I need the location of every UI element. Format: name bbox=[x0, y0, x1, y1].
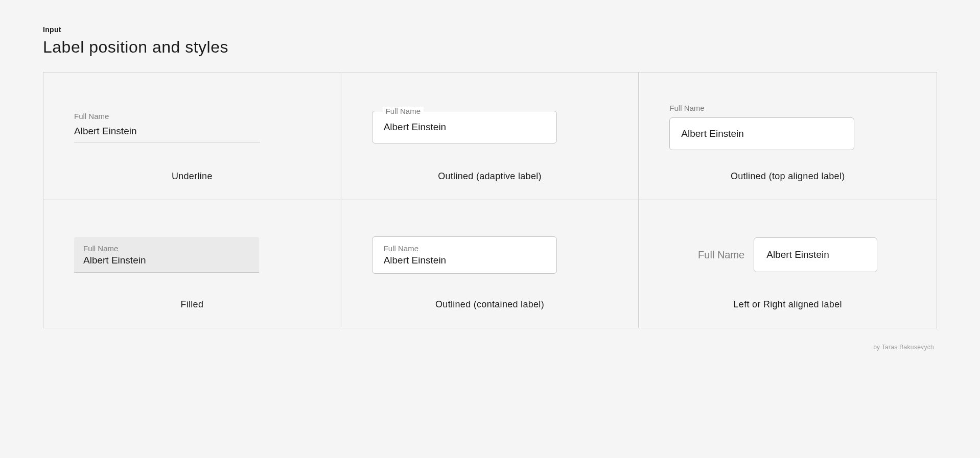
outlined-top-label: Full Name bbox=[669, 104, 854, 112]
caption-filled: Filled bbox=[74, 299, 310, 310]
underline-input[interactable] bbox=[74, 126, 260, 142]
caption-underline: Underline bbox=[74, 171, 310, 182]
cell-underline: Full Name Underline bbox=[43, 73, 341, 200]
input-area-underline: Full Name bbox=[74, 95, 310, 158]
caption-outlined-adaptive: Outlined (adaptive label) bbox=[372, 171, 608, 182]
outlined-contained-label: Full Name bbox=[384, 244, 545, 253]
input-area-outlined-top: Full Name bbox=[669, 95, 906, 158]
input-area-filled: Full Name bbox=[74, 223, 310, 286]
filled-field: Full Name bbox=[74, 237, 259, 273]
caption-outlined-top: Outlined (top aligned label) bbox=[669, 171, 906, 182]
outlined-adaptive-input[interactable] bbox=[384, 122, 545, 133]
cell-side-aligned: Full Name Left or Right aligned label bbox=[639, 200, 937, 328]
input-area-outlined-adaptive: Full Name bbox=[372, 95, 608, 158]
outlined-top-input[interactable] bbox=[681, 128, 843, 139]
variants-grid: Full Name Underline Full Name Outlined (… bbox=[43, 72, 937, 328]
input-area-side-aligned: Full Name bbox=[669, 223, 906, 286]
caption-side-aligned: Left or Right aligned label bbox=[669, 299, 906, 310]
side-aligned-box bbox=[754, 237, 877, 272]
outlined-adaptive-label: Full Name bbox=[383, 107, 424, 115]
outlined-top-field: Full Name bbox=[669, 104, 854, 150]
cell-outlined-contained: Full Name Outlined (contained label) bbox=[341, 200, 639, 328]
outlined-contained-field: Full Name bbox=[372, 236, 557, 274]
cell-outlined-top: Full Name Outlined (top aligned label) bbox=[639, 73, 937, 200]
outlined-adaptive-field: Full Name bbox=[372, 111, 557, 143]
input-area-outlined-contained: Full Name bbox=[372, 223, 608, 286]
side-aligned-input[interactable] bbox=[766, 249, 865, 260]
cell-filled: Full Name Filled bbox=[43, 200, 341, 328]
outlined-contained-input[interactable] bbox=[384, 255, 545, 266]
category-label: Input bbox=[43, 26, 937, 34]
filled-label: Full Name bbox=[83, 244, 250, 253]
page-title: Label position and styles bbox=[43, 38, 937, 57]
underline-label: Full Name bbox=[74, 112, 260, 120]
caption-outlined-contained: Outlined (contained label) bbox=[372, 299, 608, 310]
attribution: by Taras Bakusevych bbox=[873, 344, 934, 351]
filled-input[interactable] bbox=[83, 255, 250, 266]
cell-outlined-adaptive: Full Name Outlined (adaptive label) bbox=[341, 73, 639, 200]
side-aligned-field: Full Name bbox=[669, 237, 906, 272]
underline-field: Full Name bbox=[74, 112, 260, 142]
side-aligned-label: Full Name bbox=[698, 249, 744, 261]
outlined-top-box bbox=[669, 117, 854, 150]
